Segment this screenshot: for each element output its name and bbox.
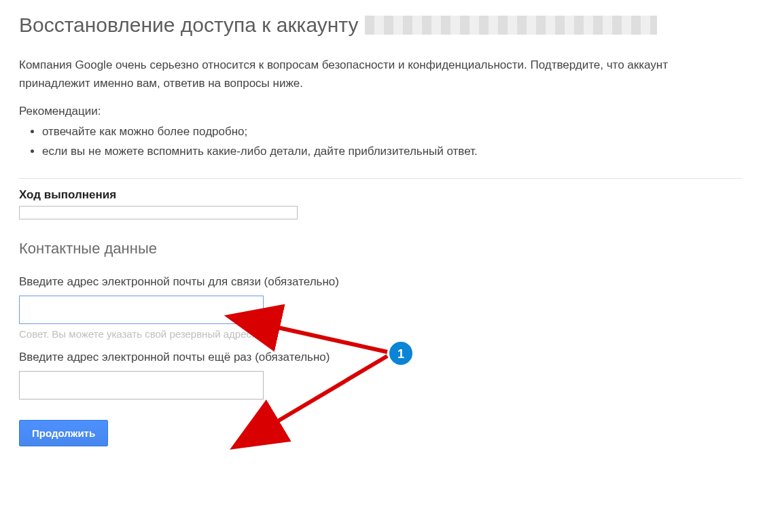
email-confirm-label: Введите адрес электронной почты ещё раз … [19, 351, 742, 364]
page-title: Восстановление доступа к аккаунту [19, 14, 742, 37]
list-item: если вы не можете вспомнить какие-либо д… [42, 142, 742, 162]
intro-paragraph: Компания Google очень серьезно относится… [19, 56, 742, 92]
redacted-account-name [365, 16, 657, 35]
recommendations-list: отвечайте как можно более подробно; если… [42, 122, 742, 162]
email-confirm-input[interactable] [19, 371, 264, 400]
progress-label: Ход выполнения [19, 188, 742, 202]
email-input[interactable] [19, 296, 264, 324]
page-title-text: Восстановление доступа к аккаунту [19, 14, 358, 37]
section-divider [19, 178, 742, 179]
progress-bar [19, 206, 298, 219]
contact-heading: Контактные данные [19, 240, 742, 258]
continue-button[interactable]: Продолжить [19, 420, 108, 446]
list-item: отвечайте как можно более подробно; [42, 122, 742, 142]
email-label: Введите адрес электронной почты для связ… [19, 275, 742, 289]
recommendations-label: Рекомендации: [19, 105, 742, 118]
email-hint: Совет. Вы можете указать свой резервный … [19, 328, 742, 340]
